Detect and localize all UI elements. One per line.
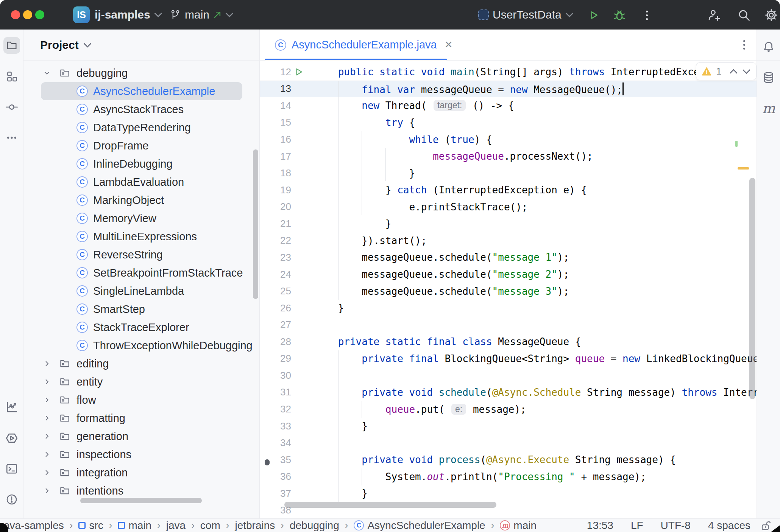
gutter[interactable]: 13 <box>260 83 314 95</box>
code-line-14[interactable]: 14 new Thread( target: () -> { <box>260 97 757 114</box>
editor-vertical-scrollbar[interactable] <box>749 178 755 399</box>
tree-item-DataTypeRendering[interactable]: CDataTypeRendering <box>23 118 260 137</box>
maven-tool-button[interactable]: m <box>760 100 777 117</box>
line-ending-widget[interactable]: LF <box>631 520 643 532</box>
gutter[interactable]: 20 <box>260 201 314 213</box>
tree-item-intentions[interactable]: intentions <box>23 482 260 500</box>
tree-item-AsyncStackTraces[interactable]: CAsyncStackTraces <box>23 100 260 118</box>
project-widget[interactable]: ij-samples <box>95 0 162 30</box>
code-with-me-icon[interactable] <box>707 8 721 22</box>
run-configuration-selector[interactable]: UserTestData <box>478 0 574 30</box>
tree-item-formatting[interactable]: formatting <box>23 409 260 427</box>
gutter[interactable]: 22 <box>260 235 314 246</box>
tab-options-kebab[interactable] <box>737 38 751 51</box>
gutter[interactable]: 12 <box>260 66 314 78</box>
project-vertical-scrollbar[interactable] <box>253 149 258 299</box>
gutter[interactable]: 34 <box>260 437 314 449</box>
chevron-right-icon[interactable] <box>42 486 51 495</box>
code-line-33[interactable]: 33 } <box>260 418 757 435</box>
code-line-25[interactable]: 25 messageQueue.schedule("message 3"); <box>260 283 757 300</box>
code-line-23[interactable]: 23 messageQueue.schedule("message 1"); <box>260 249 757 266</box>
tree-item-inspections[interactable]: inspections <box>23 445 260 464</box>
chevron-right-icon[interactable] <box>42 414 51 423</box>
gutter[interactable]: 29 <box>260 353 314 364</box>
gutter[interactable]: 14 <box>260 100 314 112</box>
chevron-right-icon[interactable] <box>42 395 51 404</box>
tree-item-MultiLineExpressions[interactable]: CMultiLineExpressions <box>23 227 260 246</box>
indent-widget[interactable]: 4 spaces <box>708 520 750 532</box>
code-line-12[interactable]: 12 public static void main(String[] args… <box>260 64 757 81</box>
tree-item-LambdaEvaluation[interactable]: CLambdaEvaluation <box>23 173 260 191</box>
tree-item-SmartStep[interactable]: CSmartStep <box>23 300 260 318</box>
gutter[interactable]: 33 <box>260 420 314 432</box>
project-tool-button[interactable] <box>3 37 20 54</box>
maximize-window-button[interactable] <box>35 10 44 19</box>
terminal-tool-button[interactable] <box>3 460 20 477</box>
code-line-17[interactable]: 17 messageQueue.processNext(); <box>260 148 757 165</box>
code-line-32[interactable]: 32 queue.put( e: message); <box>260 401 757 418</box>
minimize-window-button[interactable] <box>23 10 32 19</box>
prev-problem-chevron[interactable] <box>729 67 738 76</box>
close-tab-icon[interactable]: ✕ <box>445 39 453 51</box>
commit-tool-button[interactable] <box>3 99 20 115</box>
tree-item-entity[interactable]: entity <box>23 373 260 391</box>
tree-item-ReverseString[interactable]: CReverseString <box>23 246 260 264</box>
debug-button[interactable] <box>613 8 626 22</box>
tree-item-StackTraceExplorer[interactable]: CStackTraceExplorer <box>23 318 260 336</box>
gutter[interactable]: 26 <box>260 302 314 314</box>
code-line-36[interactable]: 36 System.out.println("Processing " + me… <box>260 468 757 485</box>
inspection-widget[interactable]: 1 <box>696 62 757 80</box>
chevron-right-icon[interactable] <box>42 468 51 477</box>
breadcrumb-item-src[interactable]: src <box>78 520 103 532</box>
search-icon[interactable] <box>737 8 751 22</box>
tree-item-SetBreakpointFromStackTrace[interactable]: CSetBreakpointFromStackTrace <box>23 264 260 282</box>
code-line-26[interactable]: 26 } <box>260 300 757 317</box>
chevron-right-icon[interactable] <box>42 359 51 368</box>
warning-stripe-marker[interactable] <box>738 167 749 170</box>
code-line-35[interactable]: 35 private void process(@Async.Execute S… <box>260 451 757 468</box>
code-line-22[interactable]: 22 }).start(); <box>260 232 757 249</box>
breadcrumb-item-java[interactable]: java <box>166 520 186 532</box>
tree-item-AsyncSchedulerExample[interactable]: CAsyncSchedulerExample <box>23 82 260 100</box>
run-button[interactable] <box>588 9 600 21</box>
editor-tab[interactable]: C AsyncSchedulerExample.java ✕ <box>265 30 462 60</box>
tree-item-generation[interactable]: generation <box>23 427 260 445</box>
gutter[interactable]: 31 <box>260 386 314 398</box>
notifications-button[interactable] <box>760 39 777 55</box>
project-horizontal-scrollbar[interactable] <box>80 498 202 503</box>
code-line-34[interactable]: 34 <box>260 434 757 451</box>
code-editor[interactable]: 12 public static void main(String[] args… <box>260 61 757 518</box>
code-line-29[interactable]: 29 private final BlockingQueue<String> q… <box>260 350 757 367</box>
code-line-18[interactable]: 18 } <box>260 165 757 182</box>
gutter[interactable]: 24 <box>260 269 314 280</box>
chevron-right-icon[interactable] <box>42 432 51 441</box>
database-tool-button[interactable] <box>760 69 777 86</box>
branch-widget[interactable]: main <box>170 0 234 30</box>
gutter[interactable]: 25 <box>260 285 314 297</box>
gutter[interactable]: 18 <box>260 167 314 179</box>
code-line-31[interactable]: 31 private void schedule(@Async.Schedule… <box>260 384 757 401</box>
breadcrumb-item-main[interactable]: main <box>118 520 151 532</box>
tree-item-DropFrame[interactable]: CDropFrame <box>23 137 260 155</box>
gutter[interactable]: 23 <box>260 252 314 263</box>
chevron-down-icon[interactable] <box>42 68 51 78</box>
tree-item-MemoryView[interactable]: CMemoryView <box>23 209 260 227</box>
code-line-37[interactable]: 37 } <box>260 485 757 502</box>
close-window-button[interactable] <box>11 10 20 19</box>
gutter[interactable]: 17 <box>260 151 314 162</box>
editor-horizontal-scrollbar[interactable] <box>284 502 496 508</box>
problems-tool-button[interactable] <box>3 491 20 508</box>
tree-item-MarkingObject[interactable]: CMarkingObject <box>23 191 260 209</box>
code-line-16[interactable]: 16 while (true) { <box>260 131 757 148</box>
settings-gear-icon[interactable] <box>764 8 778 22</box>
gutter[interactable]: 15 <box>260 117 314 128</box>
gutter[interactable]: 30 <box>260 370 314 381</box>
chevron-right-icon[interactable] <box>42 377 51 386</box>
gutter[interactable]: 27 <box>260 319 314 331</box>
code-line-13[interactable]: 13 final var messageQueue = new MessageQ… <box>260 81 757 98</box>
gutter[interactable]: 32 <box>260 403 314 415</box>
clock-widget[interactable]: 13:53 <box>587 520 613 532</box>
chevron-right-icon[interactable] <box>42 450 51 459</box>
next-problem-chevron[interactable] <box>742 67 751 76</box>
code-line-27[interactable]: 27 <box>260 316 757 333</box>
